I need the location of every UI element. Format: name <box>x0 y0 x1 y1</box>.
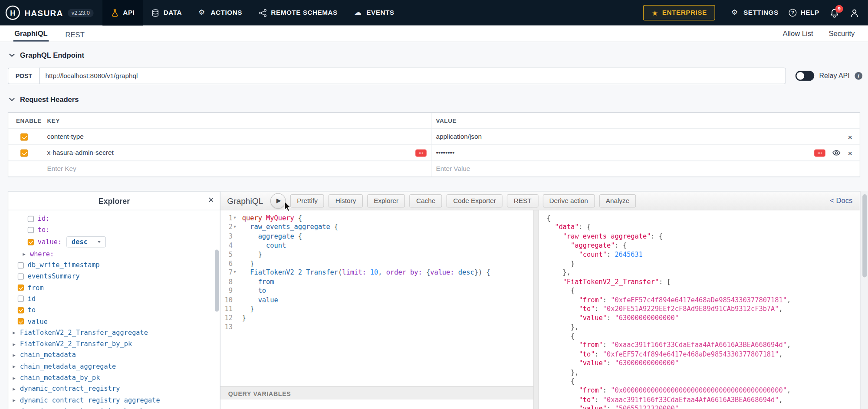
expand-arrow-icon[interactable]: ▸ <box>13 352 20 358</box>
nav-item-remote-schemas[interactable]: REMOTE SCHEMAS <box>250 0 346 26</box>
brand-name: HASURA <box>24 8 63 18</box>
enterprise-label: ENTERPRISE <box>662 9 707 16</box>
hasura-brand[interactable]: H HASURA v2.23.0 <box>0 0 102 26</box>
explorer-item-value[interactable]: value:desc <box>8 236 220 248</box>
execute-query-button[interactable]: ▶ <box>270 193 286 209</box>
request-headers-section-header[interactable]: Request Headers <box>0 84 868 108</box>
enable-checkbox[interactable] <box>20 133 28 141</box>
relay-api-toggle[interactable] <box>796 71 814 81</box>
header-key-input[interactable] <box>47 133 426 141</box>
chevron-down-icon <box>9 53 15 57</box>
expand-arrow-icon[interactable]: ▸ <box>13 341 20 347</box>
docs-link[interactable]: < Docs <box>830 196 852 205</box>
expand-arrow-icon[interactable]: ▸ <box>23 251 30 257</box>
explorer-item-dynamic_contract_registry_by_pk[interactable]: ▸dynamic_contract_registry_by_pk <box>8 406 220 409</box>
explorer-item-chain_metadata[interactable]: ▸chain_metadata <box>8 350 220 361</box>
explorer-item-dynamic_contract_registry[interactable]: ▸dynamic_contract_registry <box>8 383 220 394</box>
explorer-checkbox[interactable] <box>18 273 24 279</box>
remove-header-icon[interactable]: × <box>848 149 852 157</box>
header-value-input[interactable] <box>436 133 848 141</box>
toolbar-button-code-exporter[interactable]: Code Exporter <box>447 194 503 207</box>
explorer-item-to[interactable]: to: <box>8 224 220 236</box>
account-button[interactable] <box>850 8 859 18</box>
toolbar-button-cache[interactable]: Cache <box>410 194 442 207</box>
editor-code[interactable]: query MyQuery { raw_events_aggregate { a… <box>239 210 533 386</box>
explorer-item-chain_metadata_aggregate[interactable]: ▸chain_metadata_aggregate <box>8 361 220 372</box>
explorer-item-value[interactable]: value <box>8 316 220 327</box>
new-header-key-input[interactable] <box>47 165 426 173</box>
toolbar-button-derive-action[interactable]: Derive action <box>542 194 595 207</box>
explorer-item-id[interactable]: id: <box>8 213 220 224</box>
toolbar-button-rest[interactable]: REST <box>507 194 538 207</box>
header-key-input[interactable] <box>47 149 415 157</box>
scrollbar-thumb[interactable] <box>862 194 867 277</box>
explorer-checkbox[interactable] <box>18 296 24 302</box>
page-scrollbar[interactable] <box>860 191 868 409</box>
response-body[interactable]: { "data": { "raw_events_aggregate": { "a… <box>539 210 860 409</box>
column-header-enable: ENABLE <box>8 113 43 128</box>
close-explorer-icon[interactable]: × <box>208 196 214 205</box>
enterprise-button[interactable]: ★ ENTERPRISE <box>643 5 715 20</box>
header-value-input[interactable] <box>436 149 814 157</box>
expand-arrow-icon[interactable]: ▸ <box>13 374 20 380</box>
explorer-item-eventsSummary[interactable]: eventsSummary <box>8 271 220 282</box>
new-header-value-input[interactable] <box>436 165 852 173</box>
navbar-right: ★ ENTERPRISE ⚙ SETTINGS ? HELP 9 <box>643 0 868 26</box>
nav-item-actions[interactable]: ⚙ ACTIONS <box>190 0 250 26</box>
explorer-item-to[interactable]: to <box>8 304 220 316</box>
fold-toggle-icon[interactable]: ▾ <box>234 214 239 223</box>
editor-body[interactable]: 1▾2▾3 4 5 6 7▾8 9 10 11 12 13 query MyQu… <box>220 210 533 386</box>
explorer-checkbox[interactable] <box>18 318 24 324</box>
explorer-scrollbar-thumb[interactable] <box>215 250 219 312</box>
explorer-checkbox[interactable] <box>28 239 34 245</box>
fold-toggle-icon[interactable]: ▾ <box>234 268 239 277</box>
hasura-logo-icon: H <box>6 6 20 20</box>
expand-arrow-icon[interactable]: ▸ <box>13 330 20 336</box>
nav-item-api[interactable]: API <box>102 0 143 26</box>
explorer-checkbox[interactable] <box>28 216 34 222</box>
explorer-item-dynamic_contract_registry_aggregate[interactable]: ▸dynamic_contract_registry_aggregate <box>8 394 220 406</box>
info-icon[interactable]: i <box>855 72 862 80</box>
explorer-tree[interactable]: id:to:value:desc▸where:db_write_timestam… <box>8 210 220 409</box>
tab-graphiql[interactable]: GraphiQL <box>13 26 49 42</box>
tab-allow-list[interactable]: Allow List <box>783 29 813 38</box>
explorer-item-chain_metadata_by_pk[interactable]: ▸chain_metadata_by_pk <box>8 372 220 383</box>
order-by-select[interactable]: desc <box>67 236 106 248</box>
fold-toggle-icon[interactable]: ▾ <box>234 223 239 232</box>
query-variables-editor[interactable] <box>220 399 533 409</box>
explorer-item-db_write_timestamp[interactable]: db_write_timestamp <box>8 259 220 271</box>
enable-checkbox[interactable] <box>20 149 28 157</box>
settings-button[interactable]: ⚙ SETTINGS <box>731 9 779 17</box>
toolbar-button-analyze[interactable]: Analyze <box>599 194 636 207</box>
nav-item-data[interactable]: DATA <box>143 0 191 26</box>
toolbar-button-history[interactable]: History <box>329 194 362 207</box>
explorer-checkbox[interactable] <box>28 227 34 233</box>
explorer-panel: Explorer × id:to:value:desc▸where:db_wri… <box>8 192 220 409</box>
query-variables-header[interactable]: QUERY VARIABLES <box>220 386 533 400</box>
remove-header-icon[interactable]: × <box>848 133 852 141</box>
expand-arrow-icon[interactable]: ▸ <box>13 363 20 370</box>
explorer-item-FiatTokenV2_2_Transfer_by_pk[interactable]: ▸FiatTokenV2_2_Transfer_by_pk <box>8 338 220 350</box>
explorer-item-id[interactable]: id <box>8 293 220 304</box>
explorer-item-from[interactable]: from <box>8 282 220 293</box>
toolbar-button-explorer[interactable]: Explorer <box>367 194 405 207</box>
explorer-checkbox[interactable] <box>18 307 24 313</box>
explorer-checkbox[interactable] <box>18 262 24 268</box>
expand-arrow-icon[interactable]: ▸ <box>13 386 20 392</box>
notifications-button[interactable]: 9 <box>830 8 839 18</box>
toolbar-button-prettify[interactable]: Prettify <box>290 194 324 207</box>
expand-arrow-icon[interactable]: ▸ <box>13 397 20 403</box>
help-button[interactable]: ? HELP <box>789 9 819 16</box>
explorer-item-where[interactable]: ▸where: <box>8 249 220 260</box>
tab-rest[interactable]: REST <box>64 26 85 41</box>
pane-resize-handle[interactable] <box>533 210 539 409</box>
nav-label-data: DATA <box>164 9 182 16</box>
eye-icon[interactable] <box>832 148 841 157</box>
endpoint-section-header[interactable]: GraphQL Endpoint <box>0 42 868 64</box>
nav-item-events[interactable]: ☁ EVENTS <box>346 0 403 26</box>
explorer-item-FiatTokenV2_2_Transfer_aggregate[interactable]: ▸FiatTokenV2_2_Transfer_aggregate <box>8 327 220 338</box>
explorer-checkbox[interactable] <box>18 285 24 291</box>
query-editor[interactable]: 1▾2▾3 4 5 6 7▾8 9 10 11 12 13 query MyQu… <box>220 210 533 409</box>
graphql-endpoint-input[interactable] <box>39 68 786 84</box>
tab-security[interactable]: Security <box>829 29 855 38</box>
